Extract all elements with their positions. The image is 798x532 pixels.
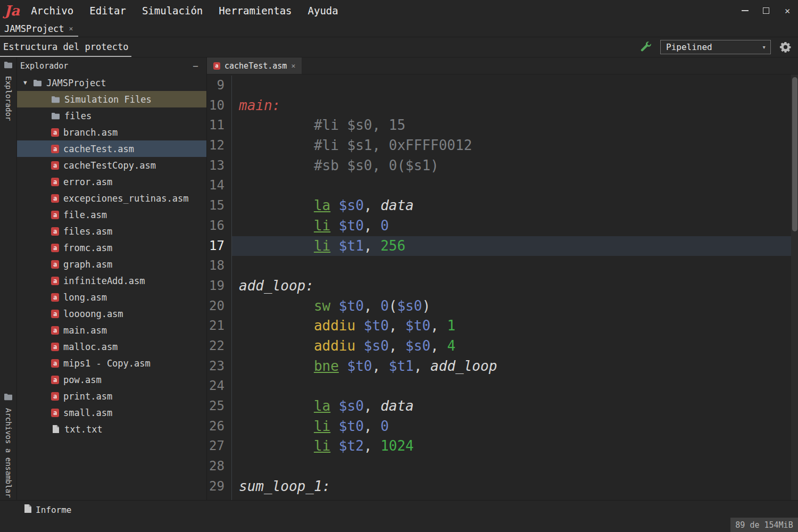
assemble-files-tool-button[interactable]: Archivos a ensamblar	[4, 393, 13, 498]
tree-item-error-asm[interactable]: aerror.asm	[17, 173, 206, 190]
tree-item-malloc-asm[interactable]: amalloc.asm	[17, 338, 206, 355]
code-line-29[interactable]: 29sum_loop_1:	[207, 477, 798, 497]
tree-item-label: txt.txt	[64, 424, 103, 435]
line-number: 9	[207, 76, 232, 96]
menu-editar[interactable]: Editar	[81, 0, 134, 21]
informe-tool-button[interactable]: Informe	[24, 504, 71, 515]
line-number: 10	[207, 96, 232, 116]
folder-icon	[51, 112, 60, 120]
maximize-button[interactable]	[755, 0, 777, 21]
tree-item-pow-asm[interactable]: apow.asm	[17, 371, 206, 388]
tree-item-graph-asm[interactable]: agraph.asm	[17, 256, 206, 272]
tree-item-file-asm[interactable]: afile.asm	[17, 206, 206, 223]
chevron-expanded-icon[interactable]: ▼	[23, 79, 33, 86]
line-number: 19	[207, 276, 232, 296]
editor-tab-close-icon[interactable]: ✕	[291, 62, 295, 70]
tree-item-label: excepciones_rutinas.asm	[63, 193, 188, 204]
tree-item-fromc-asm[interactable]: afromc.asm	[17, 239, 206, 256]
tree-item-cachetestcopy-asm[interactable]: acacheTestCopy.asm	[17, 157, 206, 173]
editor-scrollbar-thumb[interactable]	[792, 77, 797, 231]
editor-scrollbar-track[interactable]	[791, 74, 798, 500]
tree-item-files-asm[interactable]: afiles.asm	[17, 223, 206, 239]
line-number: 20	[207, 296, 232, 317]
asm-file-icon: a	[51, 409, 59, 417]
assemble-wrench-icon[interactable]	[640, 41, 652, 53]
tree-item-excepciones-rutinas-asm[interactable]: aexcepciones_rutinas.asm	[17, 190, 206, 206]
menu-herramientas[interactable]: Herramientas	[211, 0, 300, 21]
explorer-panel: Explorador — ▼JAMSProjectSimulation File…	[17, 57, 207, 500]
code-line-18[interactable]: 18	[207, 256, 798, 276]
code-viewport[interactable]: 910main:11 #li $s0, 1512 #li $s1, 0xFFFF…	[207, 74, 798, 500]
tree-item-infiniteadd-asm[interactable]: ainfiniteAdd.asm	[17, 272, 206, 289]
code-line-15[interactable]: 15 la $s0, data	[207, 196, 798, 216]
tree-item-cachetest-asm[interactable]: acacheTest.asm	[17, 140, 206, 157]
tree-item-loooong-asm[interactable]: aloooong.asm	[17, 305, 206, 322]
code-line-22[interactable]: 22 addiu $s0, $s0, 4	[207, 336, 798, 356]
project-tab-jamsproject[interactable]: JAMSProject ✕	[0, 21, 78, 37]
code-line-20[interactable]: 20 sw $t0, 0($s0)	[207, 296, 798, 317]
code-line-25[interactable]: 25 la $s0, data	[207, 396, 798, 417]
menu-archivo[interactable]: Archivo	[23, 0, 81, 21]
code-line-13[interactable]: 13 #sb $s0, 0($s1)	[207, 156, 798, 176]
tree-item-files[interactable]: files	[17, 107, 206, 124]
line-number: 14	[207, 176, 232, 196]
code-line-26[interactable]: 26 li $t0, 0	[207, 417, 798, 437]
structure-tab[interactable]: Estructura del protecto	[0, 37, 131, 57]
code-line-9[interactable]: 9	[207, 76, 798, 96]
tree-item-txt-txt[interactable]: txt.txt	[17, 421, 206, 437]
memory-indicator[interactable]: 89 de 154MiB	[730, 518, 798, 532]
code-line-17[interactable]: 17 li $t1, 256	[207, 236, 798, 256]
asm-file-icon: a	[51, 359, 59, 368]
code-line-10[interactable]: 10main:	[207, 96, 798, 116]
code-line-16[interactable]: 16 li $t0, 0	[207, 216, 798, 236]
close-button[interactable]: ✕	[777, 0, 798, 21]
tree-item-label: graph.asm	[63, 259, 112, 270]
tree-item-small-asm[interactable]: asmall.asm	[17, 404, 206, 421]
code-line-text: la $s0, data	[232, 196, 798, 216]
tree-item-simulation-files[interactable]: Simulation Files	[17, 91, 206, 107]
asm-file-icon: a	[51, 392, 59, 401]
toolbar: Estructura del protecto Pipelined ▾	[0, 37, 798, 57]
code-line-text	[232, 76, 798, 96]
project-tab-close-icon[interactable]: ✕	[69, 24, 73, 32]
tree-item-main-asm[interactable]: amain.asm	[17, 322, 206, 338]
code-line-23[interactable]: 23 bne $t0, $t1, add_loop	[207, 356, 798, 377]
line-number: 15	[207, 196, 232, 216]
tree-item-mips1-copy-asm[interactable]: amips1 - Copy.asm	[17, 355, 206, 371]
settings-gear-icon[interactable]	[779, 41, 792, 53]
tree-item-jamsproject[interactable]: ▼JAMSProject	[17, 74, 206, 91]
menu-simulacion[interactable]: Simulación	[134, 0, 211, 21]
window-controls: ✕	[734, 0, 798, 21]
tree-item-print-asm[interactable]: aprint.asm	[17, 388, 206, 404]
asm-file-icon: a	[51, 145, 59, 153]
tree-item-label: malloc.asm	[63, 342, 118, 352]
assemble-files-strip-label: Archivos a ensamblar	[4, 408, 13, 498]
editor-tab-cachetest-asm[interactable]: a cacheTest.asm ✕	[207, 57, 302, 74]
code-line-19[interactable]: 19add_loop:	[207, 276, 798, 296]
code-line-12[interactable]: 12 #li $s1, 0xFFFF0012	[207, 136, 798, 156]
code-line-24[interactable]: 24	[207, 376, 798, 396]
asm-file-icon: a	[51, 128, 59, 137]
tree-item-long-asm[interactable]: along.asm	[17, 289, 206, 305]
asm-file-icon: a	[51, 343, 59, 351]
line-number: 26	[207, 417, 232, 437]
asm-file-icon: a	[51, 227, 59, 236]
tree-item-branch-asm[interactable]: abranch.asm	[17, 124, 206, 140]
code-line-27[interactable]: 27 li $t2, 1024	[207, 436, 798, 456]
code-line-11[interactable]: 11 #li $s0, 15	[207, 115, 798, 136]
folder-icon	[33, 79, 42, 87]
menu-ayuda[interactable]: Ayuda	[300, 0, 346, 21]
code-line-28[interactable]: 28	[207, 456, 798, 477]
explorer-title: Explorador	[20, 61, 68, 71]
code-line-14[interactable]: 14	[207, 176, 798, 196]
line-number: 21	[207, 316, 232, 336]
code-line-text: #li $s0, 15	[232, 115, 798, 136]
simulation-mode-select[interactable]: Pipelined ▾	[660, 40, 771, 54]
toolbar-right: Pipelined ▾	[640, 40, 798, 54]
explorer-tool-button[interactable]: Explorador	[4, 61, 13, 121]
tree-item-label: cacheTestCopy.asm	[63, 160, 156, 171]
tree-item-label: JAMSProject	[46, 78, 106, 88]
collapse-panel-icon[interactable]: —	[193, 61, 198, 71]
code-line-21[interactable]: 21 addiu $t0, $t0, 1	[207, 316, 798, 336]
minimize-button[interactable]	[734, 0, 755, 21]
